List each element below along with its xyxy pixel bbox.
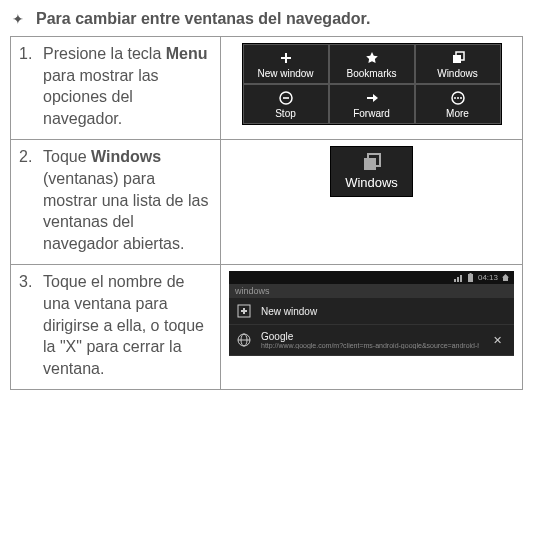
windows-icon — [418, 50, 498, 66]
browser-menu-illustration: New window Bookmarks Windows — [242, 43, 502, 125]
home-icon — [501, 273, 510, 282]
step-text: Toque Windows (ventanas) para mostrar un… — [43, 146, 212, 254]
step-number: 1. — [19, 43, 43, 129]
globe-icon — [237, 333, 251, 347]
window-title: Google — [261, 331, 479, 342]
menu-windows: Windows — [415, 44, 501, 84]
step-3: 3. Toque el nombre de una ventana para d… — [19, 271, 212, 379]
window-url: http://www.google.com/m?client=ms-androi… — [261, 342, 479, 349]
stop-icon — [246, 90, 326, 106]
step-number: 2. — [19, 146, 43, 254]
svg-rect-8 — [364, 158, 376, 170]
step-2: 2. Toque Windows (ventanas) para mostrar… — [19, 146, 212, 254]
plus-square-icon — [237, 304, 251, 318]
window-row: Google http://www.google.com/m?client=ms… — [229, 325, 514, 356]
svg-rect-11 — [469, 273, 471, 274]
svg-point-5 — [454, 97, 456, 99]
svg-point-6 — [457, 97, 459, 99]
menu-forward: Forward — [329, 84, 415, 124]
section-header: ✦ Para cambiar entre ventanas del navega… — [10, 10, 523, 28]
steps-table: 1. Presione la tecla Menu para mostrar l… — [10, 36, 523, 390]
forward-icon — [332, 90, 412, 106]
sparkle-icon: ✦ — [12, 12, 24, 26]
signal-icon — [454, 273, 463, 282]
step-text: Presione la tecla Menu para mostrar las … — [43, 43, 212, 129]
status-bar: 04:13 — [229, 271, 514, 284]
menu-stop: Stop — [243, 84, 329, 124]
status-time: 04:13 — [478, 273, 498, 282]
windows-icon — [345, 151, 398, 173]
menu-more: More — [415, 84, 501, 124]
step-1: 1. Presione la tecla Menu para mostrar l… — [19, 43, 212, 129]
window-row: New window — [229, 298, 514, 325]
window-title: New window — [261, 306, 506, 317]
more-icon — [418, 90, 498, 106]
svg-point-7 — [460, 97, 462, 99]
svg-rect-0 — [453, 55, 461, 63]
section-title: Para cambiar entre ventanas del navegado… — [36, 10, 370, 28]
close-icon: ✕ — [489, 334, 506, 347]
svg-rect-10 — [468, 274, 473, 282]
step-text: Toque el nombre de una ventana para diri… — [43, 271, 212, 379]
star-icon — [332, 50, 412, 66]
window-list-illustration: 04:13 windows New window — [229, 271, 514, 356]
menu-bookmarks: Bookmarks — [329, 44, 415, 84]
plus-icon — [246, 50, 326, 66]
svg-rect-3 — [283, 97, 289, 99]
battery-icon — [466, 273, 475, 282]
menu-new-window: New window — [243, 44, 329, 84]
windows-section-label: windows — [229, 284, 514, 298]
step-number: 3. — [19, 271, 43, 379]
windows-button-illustration: Windows — [330, 146, 413, 197]
